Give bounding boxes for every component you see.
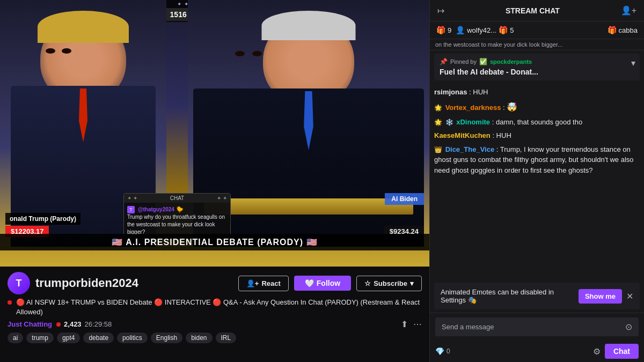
chat-header-left: ↦ <box>437 5 444 16</box>
tag-ai[interactable]: ai <box>8 333 23 343</box>
badge-snowflake-3: ❄️ <box>445 117 453 127</box>
show-me-button[interactable]: Show me <box>579 289 622 304</box>
banner-text: 🇺🇸 A.I. PRESIDENTIAL DEBATE (PARODY) 🇺🇸 <box>112 238 317 247</box>
viewer-info: 2,423 26:29:58 <box>56 320 112 328</box>
chat-message-5: 👑 Dice_The_Vice : Trump, I know your tre… <box>434 144 640 176</box>
trump-name-text: onald Trump (Parody) <box>10 215 76 223</box>
video-background: ✦ ✦ ✦ SUBATHON ✦ ✦ ✦ 1516 2d 2h 38m 45s <box>0 0 429 267</box>
chat-popup-header: ✦ ✦ CHAT ✦ ✦ <box>124 194 230 203</box>
chat-text-4: : HUH <box>492 131 511 139</box>
chat-message-input[interactable] <box>442 323 621 331</box>
tag-gpt4[interactable]: gpt4 <box>57 333 80 343</box>
emote-2: 🤯 <box>507 102 517 112</box>
uptime: 26:29:58 <box>85 320 112 328</box>
channel-avatar: T <box>8 272 30 294</box>
heart-icon: 🤍 <box>305 279 314 287</box>
tag-biden[interactable]: biden <box>186 333 212 343</box>
follow-label: Follow <box>317 279 340 287</box>
gift-item-3: 🎁 cabba <box>608 26 638 34</box>
biden-name-text: Al Biden <box>391 195 418 203</box>
chat-username-1[interactable]: rsimjonas <box>434 88 467 96</box>
badge-sparkle-3: 🌟 <box>434 117 442 127</box>
chat-popup-text: Trump why do you throatfuck seagulls on … <box>127 214 225 235</box>
stream-info-panel: T trumporbiden2024 👤+ React 🤍 Follow ☆ S… <box>0 267 429 362</box>
chat-username-5[interactable]: Dice_The_Vice <box>445 145 495 153</box>
react-icon: 👤+ <box>246 279 259 287</box>
gift-count-1: 9 <box>448 26 451 34</box>
chat-send-button[interactable]: Chat <box>605 344 639 359</box>
chat-message-1: rsimjonas : HUH <box>434 87 640 98</box>
pinned-collapse-button[interactable]: ▾ <box>631 58 635 68</box>
gift-item-1: 🎁 9 <box>436 26 451 34</box>
chat-panel: ↦ STREAM CHAT 👤+ 🎁 9 👤 wolfy42... 🎁 5 🎁 … <box>429 0 644 362</box>
react-label: React <box>261 279 280 287</box>
emote-notification-text: Animated Emotes can be disabled in Setti… <box>441 288 574 304</box>
chat-text-1: : HUH <box>469 88 488 96</box>
chat-username-2[interactable]: Vortex_darkness <box>445 104 501 112</box>
chat-message-4: KaeseMitKuchen : HUH <box>434 130 640 141</box>
share-button[interactable]: ⬆ <box>401 319 408 329</box>
chat-input-area: ⊙ <box>430 313 644 341</box>
gift-username-3: cabba <box>619 26 638 34</box>
chat-footer-left: 💎 0 <box>435 347 450 356</box>
trump-name-tag: onald Trump (Parody) <box>5 213 80 225</box>
tag-trump[interactable]: trump <box>26 333 54 343</box>
stream-top-row: T trumporbiden2024 👤+ React 🤍 Follow ☆ S… <box>8 272 422 294</box>
subscribe-button[interactable]: ☆ Subscribe ▾ <box>356 276 422 291</box>
follow-button[interactable]: 🤍 Follow <box>294 276 351 291</box>
chat-footer: 💎 0 ⚙ Chat <box>430 341 644 362</box>
chat-text-3: : damn, that sounds good tho <box>492 118 582 126</box>
stream-area: ✦ ✦ ✦ SUBATHON ✦ ✦ ✦ 1516 2d 2h 38m 45s <box>0 0 429 362</box>
chat-header-right[interactable]: 👤+ <box>621 5 636 16</box>
chat-footer-right: ⚙ Chat <box>593 344 639 359</box>
gift-icon-4: 🎁 <box>608 26 617 34</box>
pinned-message: 📌 Pinned by ✅ spockderpants Fuel the AI … <box>434 54 640 80</box>
tags-row: ai trump gpt4 debate politics English bi… <box>8 333 422 343</box>
gift-item-2: 👤 wolfy42... 🎁 5 <box>456 26 514 34</box>
popout-icon[interactable]: ↦ <box>437 5 444 16</box>
pinned-text: Fuel the AI debate - Donat... <box>440 68 634 76</box>
tag-english[interactable]: English <box>151 333 182 343</box>
gift-row: 🎁 9 👤 wolfy42... 🎁 5 🎁 cabba <box>430 21 644 39</box>
chat-settings-button[interactable]: ⚙ <box>593 346 601 357</box>
category-link[interactable]: Just Chatting <box>8 320 52 328</box>
chat-messages: rsimjonas : HUH 🌟 Vortex_darkness : 🤯 🌟 … <box>430 84 644 279</box>
tag-irl[interactable]: IRL <box>216 333 237 343</box>
stream-title-text: 🔴 AI NSFW 18+ TRUMP vs BIDEN Debate 🔴 IN… <box>16 298 422 317</box>
stream-meta-right: ⬆ ⋯ <box>401 319 422 329</box>
gift-icon-1: 🎁 <box>436 26 445 34</box>
category-row: Just Chatting 2,423 26:29:58 <box>8 320 112 328</box>
pin-icon: 📌 <box>440 58 448 65</box>
tag-politics[interactable]: politics <box>117 333 148 343</box>
tag-debate[interactable]: debate <box>83 333 114 343</box>
chat-text-2: : 🤯 <box>503 104 517 112</box>
stream-actions: 👤+ React 🤍 Follow ☆ Subscribe ▾ <box>238 276 422 291</box>
users-icon[interactable]: 👤+ <box>621 6 636 15</box>
stream-title: 🔴 AI NSFW 18+ TRUMP vs BIDEN Debate 🔴 IN… <box>8 298 422 317</box>
viewer-dot <box>56 322 61 327</box>
live-indicator <box>8 298 13 307</box>
subscribe-label: Subscribe <box>374 279 407 287</box>
chat-popup-username: @thatguy2024 <box>138 206 174 212</box>
gift-icon-3: 🎁 <box>499 26 508 34</box>
channel-name[interactable]: trumporbiden2024 <box>35 276 138 290</box>
chat-username-4[interactable]: KaeseMitKuchen <box>434 131 491 139</box>
debate-banner: 🇺🇸 A.I. PRESIDENTIAL DEBATE (PARODY) 🇺🇸 <box>0 234 429 250</box>
prev-messages-hint: on the westcoast to make your dick look … <box>430 39 644 50</box>
react-button[interactable]: 👤+ React <box>238 276 289 291</box>
stream-title-row: 🔴 AI NSFW 18+ TRUMP vs BIDEN Debate 🔴 IN… <box>8 298 422 317</box>
chat-username-3[interactable]: xDinomite <box>456 118 490 126</box>
gift-username-2: wolfy42... <box>467 26 496 34</box>
chat-popup-title: CHAT <box>170 195 184 201</box>
emote-picker-icon[interactable]: ⊙ <box>625 322 632 332</box>
gift-icon-2: 👤 <box>456 26 465 34</box>
gift-count-2: 5 <box>510 26 514 34</box>
chat-title: STREAM CHAT <box>444 6 621 15</box>
emote-notification-close[interactable]: ✕ <box>626 291 633 301</box>
cheer-icon: 💎 <box>435 347 444 356</box>
emote-notification: Animated Emotes can be disabled in Setti… <box>434 283 640 309</box>
cheer-count-value: 0 <box>447 348 450 355</box>
badge-sparkle-2: 🌟 <box>434 103 442 113</box>
video-container: ✦ ✦ ✦ SUBATHON ✦ ✦ ✦ 1516 2d 2h 38m 45s <box>0 0 429 267</box>
more-button[interactable]: ⋯ <box>413 319 422 329</box>
